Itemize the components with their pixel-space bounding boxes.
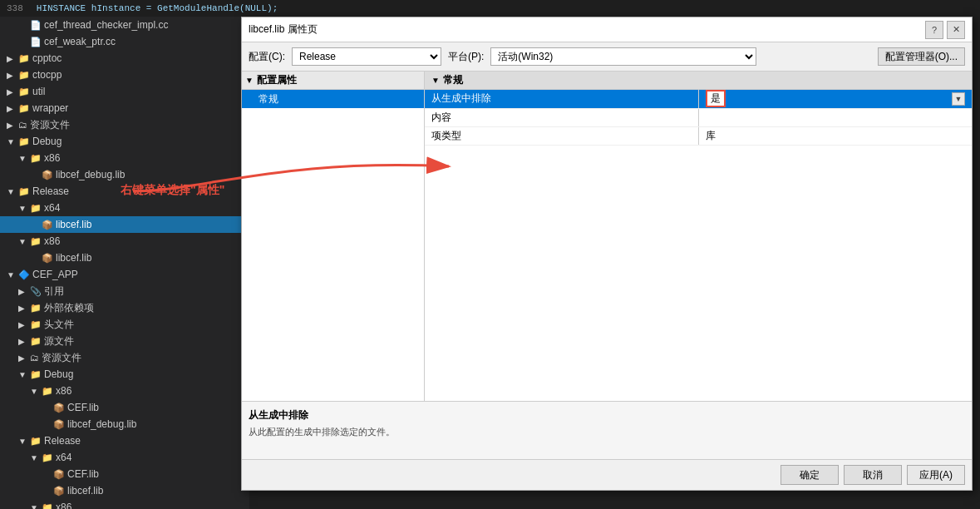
platform-select[interactable]: 活动(Win32) (490, 47, 756, 66)
ide-tree-panel: 📄cef_thread_checker_impl.cc📄cef_weak_ptr… (0, 17, 249, 509)
tree-item-debug_x86[interactable]: ▼📁x86 (0, 150, 249, 166)
tree-icon-release: 📁 (18, 186, 30, 197)
tree-item-resources2[interactable]: ▶🗂资源文件 (0, 349, 249, 366)
titlebar-buttons: ? ✕ (925, 21, 965, 39)
tree-icon-cef_thread_checker: 📄 (30, 20, 42, 31)
config-row: 配置(C): Release 平台(P): 活动(Win32) 配置管理器(O)… (242, 42, 972, 72)
tree-item-references[interactable]: ▶📎引用 (0, 283, 249, 299)
props-table: 从生成中排除是▼内容项类型库 (425, 90, 972, 146)
tree-icon-ctocpp: 📁 (18, 70, 30, 81)
props-tree-item-general[interactable]: 常规 (242, 90, 424, 108)
tree-item-release2[interactable]: ▼📁Release (0, 432, 249, 449)
tree-icon-release2_x64: 📁 (42, 452, 53, 463)
tree-icon-release_x86: 📁 (30, 236, 42, 247)
desc-title: 从生成中排除 (249, 408, 965, 423)
tree-icon-debug: 📁 (18, 136, 30, 147)
config-select[interactable]: Release (292, 47, 441, 66)
tree-icon-cef_weak_ptr: 📄 (30, 37, 42, 47)
apply-button[interactable]: 应用(A) (907, 465, 965, 485)
props-tree: ▼ 配置属性 常规 (242, 72, 425, 401)
properties-dialog: libcef.lib 属性页 ? ✕ 配置(C): Release 平台(P):… (241, 17, 973, 491)
tree-icon-headers: 📁 (30, 319, 42, 330)
tree-item-cef_app[interactable]: ▼🔷CEF_APP (0, 266, 249, 283)
tree-icon-release2: 📁 (30, 436, 42, 447)
tree-item-cef_lib2[interactable]: 📦CEF.lib (0, 466, 249, 482)
tree-icon-debug2: 📁 (30, 369, 42, 380)
tree-item-libcef_lib2[interactable]: 📦libcef.lib (0, 250, 249, 266)
props-section-header: ▼ 常规 (425, 72, 972, 90)
config-manage-button[interactable]: 配置管理器(O)... (878, 47, 965, 66)
tree-item-cef_weak_ptr[interactable]: 📄cef_weak_ptr.cc (0, 33, 249, 50)
line-number: 338 (7, 3, 23, 13)
tree-icon-references: 📎 (30, 286, 42, 297)
code-content: HINSTANCE hInstance = GetModuleHandle(NU… (37, 3, 278, 13)
props-tree-title: 配置属性 (257, 73, 297, 87)
tree-item-release_x86[interactable]: ▼📁x86 (0, 233, 249, 250)
tree-item-release2_x64[interactable]: ▼📁x64 (0, 449, 249, 466)
tree-icon-resources: 🗂 (18, 120, 27, 130)
help-button[interactable]: ? (925, 21, 943, 39)
tree-icon-debug2_x86: 📁 (42, 386, 53, 397)
dialog-content: ▼ 配置属性 常规 ▼ 常规 从生成中排除是▼内容项类型库 (242, 72, 972, 401)
general-label: 常规 (259, 92, 278, 106)
tree-icon-libcef_lib: 📦 (42, 220, 53, 230)
dialog-titlebar: libcef.lib 属性页 ? ✕ (242, 17, 972, 42)
dialog-footer: 确定 取消 应用(A) (242, 459, 972, 490)
code-strip: 338 HINSTANCE hInstance = GetModuleHandl… (0, 0, 980, 17)
tree-item-headers[interactable]: ▶📁头文件 (0, 316, 249, 333)
props-panel: ▼ 常规 从生成中排除是▼内容项类型库 (425, 72, 972, 401)
props-row-2[interactable]: 项类型库 (425, 126, 972, 145)
cancel-button[interactable]: 取消 (844, 465, 902, 485)
props-description: 从生成中排除 从此配置的生成中排除选定的文件。 (242, 401, 972, 459)
tree-icon-libcef_debug_lib2: 📦 (53, 419, 65, 430)
close-button[interactable]: ✕ (947, 21, 965, 39)
dialog-title: libcef.lib 属性页 (249, 22, 318, 37)
desc-text: 从此配置的生成中排除选定的文件。 (249, 426, 965, 438)
tree-item-external_deps[interactable]: ▶📁外部依赖项 (0, 299, 249, 316)
tree-icon-libcef_debug_lib: 📦 (42, 170, 53, 180)
tree-item-debug[interactable]: ▼📁Debug (0, 133, 249, 150)
tree-icon-libcef_lib2: 📦 (42, 253, 53, 264)
tree-icon-sources: 📁 (30, 336, 42, 347)
tree-item-release[interactable]: ▼📁Release (0, 183, 249, 200)
tree-item-release2_x86[interactable]: ▼📁x86 (0, 499, 249, 509)
props-tree-header: ▼ 配置属性 (242, 72, 424, 90)
tree-icon-debug_x86: 📁 (30, 153, 42, 164)
tree-item-libcef_debug_lib2[interactable]: 📦libcef_debug.lib (0, 416, 249, 432)
tree-icon-resources2: 🗂 (30, 353, 39, 363)
tree-item-cef_thread_checker[interactable]: 📄cef_thread_checker_impl.cc (0, 17, 249, 33)
tree-icon-wrapper: 📁 (18, 103, 30, 114)
value-dropdown-btn[interactable]: ▼ (952, 92, 965, 106)
tree-icon-util: 📁 (18, 86, 30, 97)
tree-item-cef_lib[interactable]: 📦CEF.lib (0, 399, 249, 416)
tree-item-sources[interactable]: ▶📁源文件 (0, 333, 249, 349)
props-row-0[interactable]: 从生成中排除是▼ (425, 90, 972, 108)
tree-icon-release_x64: 📁 (30, 203, 42, 214)
tree-icon-cpptoc: 📁 (18, 53, 30, 64)
tree-item-libcef_lib[interactable]: 📦libcef.lib (0, 216, 249, 233)
ok-button[interactable]: 确定 (781, 465, 839, 485)
section-arrow-icon: ▼ (431, 76, 440, 85)
tree-icon-libcef_lib3: 📦 (53, 486, 65, 497)
tree-icon-cef_app: 🔷 (18, 269, 30, 280)
tree-icon-cef_lib2: 📦 (53, 469, 65, 480)
config-label: 配置(C): (249, 50, 285, 64)
tree-collapse-icon: ▼ (245, 76, 254, 85)
tree-item-util[interactable]: ▶📁util (0, 83, 249, 100)
tree-item-release_x64[interactable]: ▼📁x64 (0, 200, 249, 216)
tree-item-ctocpp[interactable]: ▶📁ctocpp (0, 67, 249, 83)
tree-icon-release2_x86: 📁 (42, 502, 53, 510)
tree-icon-cef_lib: 📦 (53, 403, 65, 413)
props-section-title: 常规 (443, 73, 463, 87)
props-row-1[interactable]: 内容 (425, 108, 972, 126)
tree-item-wrapper[interactable]: ▶📁wrapper (0, 100, 249, 116)
tree-item-resources[interactable]: ▶🗂资源文件 (0, 116, 249, 133)
tree-item-debug2[interactable]: ▼📁Debug (0, 366, 249, 383)
tree-item-libcef_debug_lib[interactable]: 📦libcef_debug.lib (0, 166, 249, 183)
tree-item-cpptoc[interactable]: ▶📁cpptoc (0, 50, 249, 67)
tree-item-libcef_lib3[interactable]: 📦libcef.lib (0, 482, 249, 499)
platform-label: 平台(P): (448, 50, 484, 64)
tree-item-debug2_x86[interactable]: ▼📁x86 (0, 383, 249, 399)
tree-icon-external_deps: 📁 (30, 303, 42, 314)
